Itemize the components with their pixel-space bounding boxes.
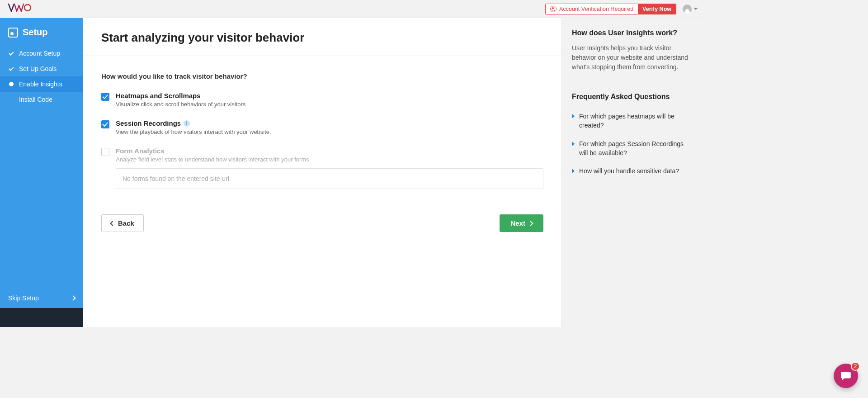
back-button[interactable]: Back [101,214,144,232]
account-verification-banner[interactable]: Account Verification Required Verify Now [545,4,676,14]
chevron-right-icon [71,295,75,300]
setup-sidebar: Setup Account Setup Set Up Goals Enable … [0,18,83,327]
help-title: How does User Insights work? [572,29,693,37]
verification-text: Account Verification Required [559,6,633,12]
info-icon[interactable]: i [184,120,190,127]
topbar: Account Verification Required Verify Now [0,0,703,18]
app-logo [5,3,32,14]
empty-status-icon [8,96,14,103]
sidebar-title: Setup [0,18,83,46]
help-panel: How does User Insights work? User Insigh… [561,18,703,327]
sidebar-item-label: Set Up Goals [19,65,57,72]
sidebar-item-enable-insights[interactable]: Enable Insights [0,76,83,92]
triangle-right-icon [572,169,575,173]
option-title: Form Analytics [116,147,165,155]
sidebar-item-install-code[interactable]: Install Code [0,92,83,107]
sidebar-title-text: Setup [23,27,48,38]
triangle-right-icon [572,142,575,146]
skip-setup-label: Skip Setup [8,294,39,302]
option-heatmaps[interactable]: Heatmaps and Scrollmaps Visualize click … [101,92,543,108]
verification-label: Account Verification Required [546,4,638,14]
check-icon [8,66,14,72]
sidebar-item-account-setup[interactable]: Account Setup [0,46,83,61]
vwo-logo-svg [8,3,32,12]
chevron-down-icon [693,8,698,10]
checkbox-form-analytics [101,148,109,156]
option-form-analytics: Form Analytics Analyze field level stats… [101,147,543,189]
faq-item[interactable]: For which pages Session Recordings will … [572,135,693,162]
faq-text: How will you handle sensitive data? [579,166,679,175]
sidebar-item-label: Account Setup [19,50,60,57]
chevron-right-icon [528,221,533,226]
chevron-left-icon [110,221,115,226]
user-alert-icon [550,6,557,12]
user-menu[interactable] [683,5,698,14]
checkbox-session-recordings[interactable] [101,120,109,128]
page-title: Start analyzing your visitor behavior [101,31,543,45]
faq-title: Frequently Asked Questions [572,93,693,101]
skip-setup-button[interactable]: Skip Setup [0,288,83,308]
checkbox-heatmaps[interactable] [101,93,109,101]
page-header: Start analyzing your visitor behavior [83,18,561,56]
option-desc: Visualize click and scroll behaviors of … [116,101,543,108]
back-button-label: Back [118,219,134,227]
forms-empty-message: No forms found on the entered site-url. [116,168,543,189]
check-icon [8,50,14,57]
next-button[interactable]: Next [500,214,543,232]
sidebar-item-label: Install Code [19,96,52,103]
option-session-recordings[interactable]: Session Recordings i View the playback o… [101,119,543,135]
help-body: User Insights helps you track visitor be… [572,43,693,72]
verify-now-button[interactable]: Verify Now [638,4,676,14]
faq-item[interactable]: For which pages heatmaps will be created… [572,107,693,135]
next-button-label: Next [510,219,525,227]
option-desc: Analyze field level stats to understand … [116,156,543,163]
tracking-question: How would you like to track visitor beha… [101,72,543,80]
avatar-icon [683,5,692,14]
active-dot-icon [9,82,14,86]
faq-item[interactable]: How will you handle sensitive data? [572,162,693,180]
setup-icon [8,28,18,38]
faq-text: For which pages Session Recordings will … [579,139,693,158]
sidebar-item-label: Enable Insights [19,81,62,88]
triangle-right-icon [572,114,575,118]
sidebar-item-set-up-goals[interactable]: Set Up Goals [0,61,83,76]
option-title: Heatmaps and Scrollmaps [116,92,201,100]
option-desc: View the playback of how visitors intera… [116,128,543,135]
svg-point-0 [24,5,31,11]
sidebar-footer [0,308,83,327]
option-title: Session Recordings [116,119,181,127]
faq-text: For which pages heatmaps will be created… [579,112,693,130]
